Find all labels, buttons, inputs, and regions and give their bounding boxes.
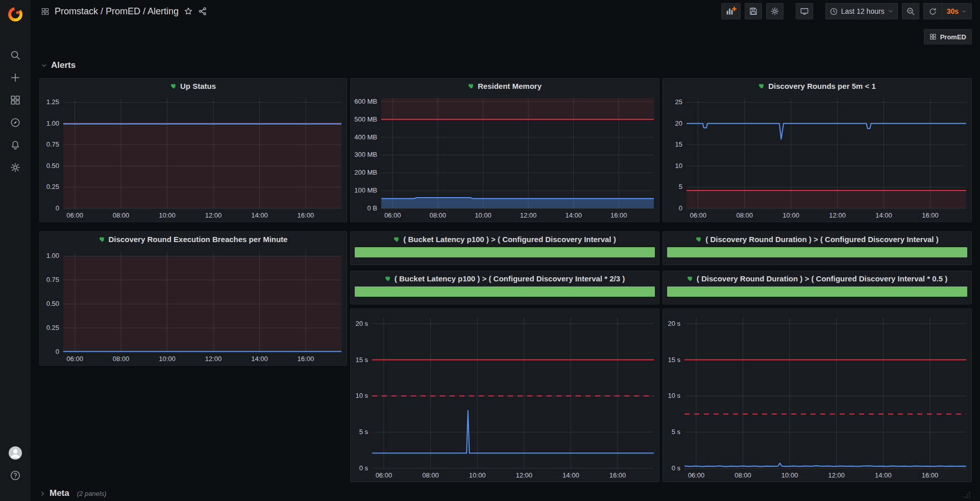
svg-text:400 MB: 400 MB bbox=[354, 133, 377, 141]
svg-text:0.25: 0.25 bbox=[46, 183, 59, 190]
timeseries-chart[interactable]: 0 B100 MB200 MB300 MB400 MB500 MB600 MB0… bbox=[351, 93, 659, 222]
alert-ok-heart-icon bbox=[99, 236, 106, 243]
svg-text:15: 15 bbox=[675, 140, 682, 148]
timeseries-chart[interactable]: 0 s5 s10 s15 s20 s06:0008:0010:0012:0014… bbox=[663, 312, 971, 482]
time-range-picker[interactable]: Last 12 hours bbox=[825, 3, 898, 19]
row-toggle-meta[interactable]: Meta (2 panels) bbox=[39, 488, 107, 498]
svg-text:14:00: 14:00 bbox=[875, 471, 892, 479]
sidebar-item-dashboards[interactable] bbox=[0, 89, 31, 111]
sidebar-item-alerting[interactable] bbox=[0, 134, 31, 156]
dashboard-link-promed[interactable]: PromED bbox=[924, 29, 972, 44]
dashboards-grid-icon bbox=[10, 94, 21, 106]
svg-text:200 MB: 200 MB bbox=[354, 169, 377, 176]
svg-text:0.75: 0.75 bbox=[46, 276, 59, 283]
alert-ok-heart-icon bbox=[687, 275, 694, 282]
svg-text:06:00: 06:00 bbox=[376, 471, 393, 479]
svg-text:08:00: 08:00 bbox=[422, 471, 439, 479]
svg-text:0 s: 0 s bbox=[672, 464, 681, 472]
svg-text:1.00: 1.00 bbox=[46, 252, 59, 259]
panel-bucket-latency-seconds: 0 s5 s10 s15 s20 s06:0008:0010:0012:0014… bbox=[350, 308, 659, 482]
chevron-down-icon bbox=[41, 62, 47, 69]
svg-text:12:00: 12:00 bbox=[829, 211, 846, 219]
svg-text:5 s: 5 s bbox=[672, 428, 681, 436]
timeseries-chart[interactable]: 00.250.500.751.001.2506:0008:0010:0012:0… bbox=[40, 93, 347, 222]
sidebar-item-search[interactable] bbox=[0, 44, 31, 66]
dashboard-settings-button[interactable] bbox=[766, 3, 783, 19]
svg-text:10:00: 10:00 bbox=[159, 355, 176, 363]
svg-text:08:00: 08:00 bbox=[113, 355, 130, 363]
panel-header[interactable]: ( Discovery Round Duration ) > ( Configu… bbox=[663, 271, 971, 285]
panel-header[interactable]: Discovery Round Execution Breaches per M… bbox=[40, 232, 347, 246]
svg-text:0: 0 bbox=[56, 348, 59, 355]
svg-text:20: 20 bbox=[675, 120, 682, 127]
svg-text:14:00: 14:00 bbox=[251, 211, 268, 219]
panel-header[interactable]: Up Status bbox=[40, 79, 347, 93]
svg-text:12:00: 12:00 bbox=[520, 211, 537, 219]
svg-text:25: 25 bbox=[675, 98, 682, 106]
star-icon bbox=[184, 7, 193, 16]
resize-handle[interactable] bbox=[964, 491, 971, 498]
svg-text:10 s: 10 s bbox=[355, 392, 368, 399]
svg-text:12:00: 12:00 bbox=[516, 471, 532, 479]
zoom-out-icon bbox=[906, 7, 915, 16]
timeseries-chart[interactable]: 00.250.500.751.0006:0008:0010:0012:0014:… bbox=[40, 246, 347, 365]
panel-header[interactable]: ( Bucket Latency p100 ) > ( Configured D… bbox=[351, 232, 659, 246]
panel-discovery-rounds: Discovery Rounds per 5m < 1 051015202506… bbox=[663, 78, 972, 222]
chevron-down-icon bbox=[961, 9, 967, 14]
refresh-button[interactable] bbox=[924, 4, 942, 19]
alert-ok-heart-icon bbox=[758, 83, 765, 89]
share-icon bbox=[198, 7, 207, 16]
row-title: Meta bbox=[50, 488, 69, 498]
panel-title: ( Discovery Round Duration ) > ( Configu… bbox=[697, 274, 947, 283]
cycle-view-mode-button[interactable] bbox=[796, 3, 813, 19]
refresh-interval-dropdown[interactable]: 30s bbox=[942, 4, 971, 19]
svg-text:10 s: 10 s bbox=[668, 392, 680, 399]
share-button[interactable] bbox=[198, 7, 207, 16]
grafana-logo[interactable] bbox=[0, 0, 31, 29]
sidebar-item-explore[interactable] bbox=[0, 111, 31, 134]
refresh-interval-label: 30s bbox=[947, 7, 959, 15]
sidebar-item-profile[interactable] bbox=[0, 442, 31, 464]
save-dashboard-button[interactable] bbox=[745, 3, 762, 19]
svg-text:06:00: 06:00 bbox=[66, 355, 83, 363]
sidebar-item-help[interactable] bbox=[0, 464, 31, 487]
panel-header[interactable]: ( Bucket Latency p100 ) > ( Configured D… bbox=[351, 271, 659, 285]
svg-text:06:00: 06:00 bbox=[688, 471, 705, 479]
svg-text:500 MB: 500 MB bbox=[354, 115, 377, 123]
favorite-star-button[interactable] bbox=[184, 7, 193, 16]
svg-text:14:00: 14:00 bbox=[251, 355, 268, 363]
timeseries-chart[interactable]: 0 s5 s10 s15 s20 s06:0008:0010:0012:0014… bbox=[351, 312, 659, 482]
timeseries-chart[interactable]: 051015202506:0008:0010:0012:0014:0016:00 bbox=[663, 93, 971, 222]
sidebar-item-configuration[interactable] bbox=[0, 156, 31, 179]
svg-text:06:00: 06:00 bbox=[66, 211, 83, 219]
panel-header[interactable]: ( Discovery Round Duration ) > ( Configu… bbox=[663, 232, 971, 246]
alert-ok-heart-icon bbox=[394, 236, 400, 243]
breadcrumb[interactable]: Promstack / PromED / Alerting bbox=[55, 6, 179, 17]
panel-title: Up Status bbox=[180, 82, 216, 90]
svg-text:20 s: 20 s bbox=[355, 320, 368, 327]
svg-text:08:00: 08:00 bbox=[736, 211, 753, 219]
add-panel-button[interactable] bbox=[721, 3, 741, 19]
svg-text:16:00: 16:00 bbox=[609, 471, 626, 479]
svg-text:0.75: 0.75 bbox=[46, 140, 59, 148]
dashboard-link-label: PromED bbox=[940, 33, 966, 41]
save-icon bbox=[749, 7, 758, 16]
panel-bucket-latency-gt-interval-2-3: ( Bucket Latency p100 ) > ( Configured D… bbox=[350, 271, 659, 304]
panel-header[interactable]: Resident Memory bbox=[351, 79, 659, 93]
panel-title: Discovery Rounds per 5m < 1 bbox=[768, 82, 876, 90]
svg-text:15 s: 15 s bbox=[668, 356, 680, 364]
svg-text:600 MB: 600 MB bbox=[354, 98, 377, 105]
panel-header[interactable]: Discovery Rounds per 5m < 1 bbox=[663, 79, 971, 93]
help-icon bbox=[10, 470, 21, 481]
sidebar-item-create[interactable] bbox=[0, 66, 31, 89]
svg-text:06:00: 06:00 bbox=[690, 211, 706, 219]
panel-up-status: Up Status 00.250.500.751.001.2506:0008:0… bbox=[39, 78, 347, 222]
svg-text:0: 0 bbox=[679, 204, 682, 212]
svg-text:12:00: 12:00 bbox=[205, 211, 222, 219]
zoom-out-time-button[interactable] bbox=[902, 3, 919, 19]
svg-text:14:00: 14:00 bbox=[562, 471, 579, 479]
panel-title: Discovery Round Execution Breaches per M… bbox=[109, 235, 288, 244]
svg-text:16:00: 16:00 bbox=[298, 355, 314, 363]
svg-text:08:00: 08:00 bbox=[113, 211, 130, 219]
row-toggle-alerts[interactable]: Alerts bbox=[41, 60, 76, 70]
